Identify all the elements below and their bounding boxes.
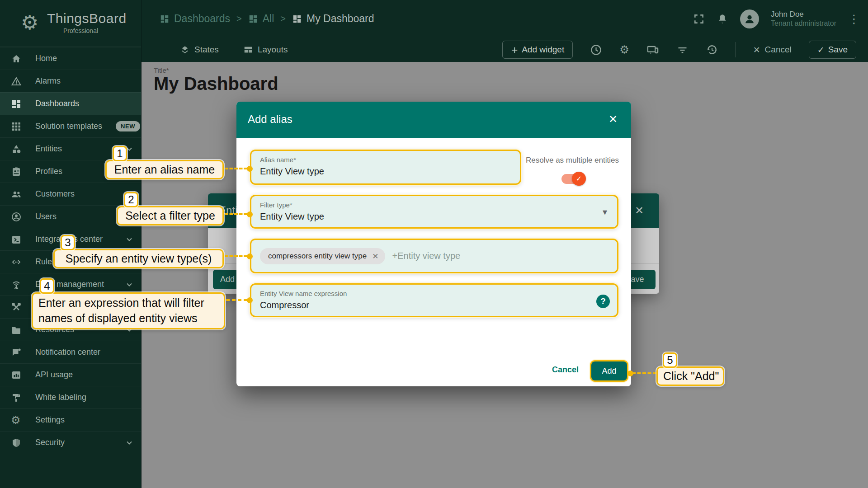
breadcrumb-separator: >	[280, 14, 286, 24]
chip-remove-icon[interactable]: ✕	[372, 252, 378, 261]
integrations-icon	[11, 234, 22, 245]
dashboard-icon	[292, 14, 302, 24]
alias-name-field[interactable]: Alias name* Entity View type	[250, 150, 521, 185]
clock-icon	[590, 44, 602, 56]
dropdown-caret-icon: ▼	[603, 209, 607, 216]
version-history-button[interactable]	[706, 43, 718, 56]
breadcrumb-dashboards[interactable]: Dashboards	[160, 13, 230, 25]
modal-cancel-button[interactable]: Cancel	[552, 365, 579, 375]
dashboard-toolbar: States Layouts + Add widget ⚙	[142, 38, 868, 62]
sidebar-item-solution-templates[interactable]: Solution templates NEW	[0, 115, 141, 137]
chevron-down-icon	[125, 438, 134, 447]
breadcrumb-label: Dashboards	[174, 13, 230, 25]
alias-name-value: Entity View type	[260, 166, 511, 177]
layouts-button[interactable]: Layouts	[243, 45, 288, 55]
states-label: States	[194, 45, 219, 55]
chevron-down-icon	[125, 280, 134, 289]
entity-view-type-field[interactable]: compressors entity view type ✕ +Entity v…	[250, 239, 618, 273]
toolbar-save-button[interactable]: ✓ Save	[809, 41, 856, 59]
callout-text-3: Specify an entity view type(s)	[53, 249, 224, 268]
callout-badge-5: 5	[663, 352, 677, 368]
help-icon[interactable]: ?	[596, 295, 610, 308]
modal-add-button[interactable]: Add	[591, 361, 627, 380]
alias-name-label: Alias name*	[260, 156, 511, 164]
modal-title: Add alias	[248, 113, 292, 126]
dashboard-settings-button[interactable]: ⚙	[619, 43, 629, 56]
notifications-button[interactable]	[717, 13, 728, 25]
sidebar-item-alarms[interactable]: Alarms	[0, 70, 141, 92]
paint-roller-icon	[11, 392, 22, 403]
sidebar-item-label: Solution templates	[35, 122, 102, 131]
callout-badge-2: 2	[124, 192, 138, 207]
sidebar-item-label: Notification center	[35, 347, 100, 357]
filter-button[interactable]	[676, 44, 689, 56]
name-expression-field[interactable]: Entity View name expression Compressor ?	[250, 283, 618, 317]
user-info[interactable]: John Doe Tenant administrator	[771, 9, 836, 28]
more-menu-button[interactable]: ⋮	[848, 12, 860, 26]
sidebar-item-home[interactable]: Home	[0, 47, 141, 70]
entity-view-type-chip[interactable]: compressors entity view type ✕	[260, 248, 385, 264]
people-icon	[11, 189, 22, 200]
states-icon	[180, 45, 190, 55]
callout-dot-3	[247, 253, 253, 259]
callout-dot-2	[247, 211, 253, 217]
sidebar-item-white-labeling[interactable]: White labeling	[0, 386, 141, 408]
callout-text-4: Enter an expression that will filter nam…	[32, 292, 225, 329]
tools-icon	[11, 302, 22, 313]
add-alias-modal: Add alias ✕ Alias name* Entity View type…	[236, 102, 631, 386]
sidebar-item-label: Customers	[35, 189, 75, 199]
sidebar-item-settings[interactable]: ⚙ Settings	[0, 408, 141, 431]
thingsboard-logo-icon: ⚙	[21, 11, 38, 34]
callout-text-2: Select a filter type	[117, 206, 224, 225]
states-button[interactable]: States	[180, 45, 219, 55]
brand-logo[interactable]: ⚙ ThingsBoard Professional	[0, 0, 141, 47]
gear-icon: ⚙	[11, 415, 22, 426]
layouts-label: Layouts	[258, 45, 288, 55]
sidebar-item-api-usage[interactable]: API usage	[0, 363, 141, 386]
close-icon[interactable]: ✕	[635, 204, 644, 217]
sidebar-item-label: Entities	[35, 144, 62, 154]
sidebar-item-security[interactable]: Security	[0, 431, 141, 454]
sidebar-item-label: Home	[35, 54, 57, 63]
sidebar-item-customers[interactable]: Customers	[0, 183, 141, 205]
callout-dot-1	[247, 166, 253, 172]
close-icon[interactable]: ✕	[609, 113, 618, 126]
toolbar-save-label: Save	[828, 45, 848, 55]
callout-badge-1: 1	[113, 146, 127, 161]
fullscreen-button[interactable]	[693, 13, 705, 25]
shield-icon	[11, 437, 22, 448]
dashboards-icon	[11, 99, 22, 109]
person-icon	[743, 13, 756, 25]
app-root: ⚙ ThingsBoard Professional Home Alarms D…	[0, 0, 868, 488]
breadcrumb-my-dashboard[interactable]: My Dashboard	[292, 13, 374, 25]
breadcrumb-label: My Dashboard	[307, 13, 374, 25]
home-icon	[11, 53, 22, 64]
history-icon	[706, 43, 718, 56]
breadcrumb-all[interactable]: All	[248, 13, 274, 25]
manage-layouts-button[interactable]	[646, 43, 659, 56]
sidebar-item-notification-center[interactable]: Notification center	[0, 341, 141, 363]
entities-icon	[11, 144, 22, 155]
callout-badge-4: 4	[40, 278, 54, 294]
add-widget-button[interactable]: + Add widget	[502, 41, 573, 59]
resolve-multiple-toggle[interactable]: ✓	[561, 174, 584, 184]
sidebar-item-dashboards[interactable]: Dashboards	[0, 92, 141, 115]
check-icon: ✓	[576, 174, 582, 183]
new-badge: NEW	[116, 121, 140, 131]
avatar[interactable]	[740, 9, 759, 28]
chevron-down-icon	[125, 235, 134, 244]
resolve-multiple-label: Resolve as multiple entities	[526, 156, 623, 165]
rule-chains-icon	[11, 257, 22, 267]
dashboard-title-label: Title*	[154, 66, 169, 74]
name-expression-value: Compressor	[260, 300, 609, 310]
breadcrumb-label: All	[263, 13, 274, 25]
chip-label: compressors entity view type	[268, 252, 367, 261]
filter-type-value: Entity View type	[260, 211, 609, 222]
time-window-button[interactable]	[590, 44, 602, 56]
topbar-actions: John Doe Tenant administrator ⋮	[693, 0, 860, 38]
toolbar-cancel-button[interactable]: ✕ Cancel	[753, 45, 792, 55]
filter-type-select[interactable]: Filter type* Entity View type ▼	[250, 195, 618, 229]
filter-icon	[676, 44, 689, 56]
bell-icon	[717, 13, 728, 25]
toolbar-cancel-label: Cancel	[765, 45, 792, 55]
